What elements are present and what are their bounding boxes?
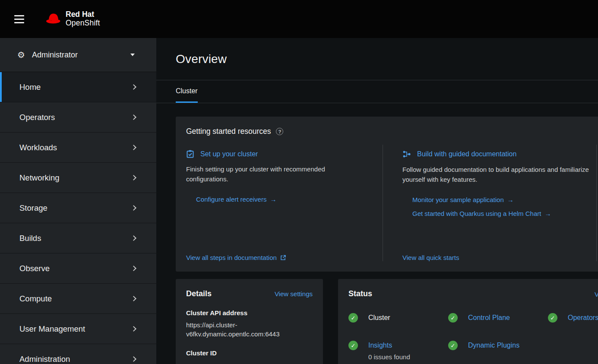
cards-area: Getting started resources ? Set up your …: [176, 117, 598, 364]
cluster-api-address-label: Cluster API address: [186, 309, 313, 317]
chevron-right-icon: [131, 235, 136, 241]
nav-label: Administration: [19, 355, 70, 364]
guided-flows-icon: [402, 150, 411, 158]
view-settings-link[interactable]: View settings: [275, 290, 313, 298]
chevron-right-icon: [131, 114, 136, 120]
insights-link[interactable]: Insights: [368, 342, 392, 349]
nav-label: Workloads: [19, 143, 57, 152]
redhat-openshift-logo[interactable]: Red Hat OpenShift: [44, 10, 100, 28]
chevron-right-icon: [131, 296, 136, 301]
sidebar-item-builds[interactable]: Builds: [0, 223, 156, 253]
check-circle-icon: ✓: [348, 341, 358, 350]
sidebar-nav: Home Operators Workloads Networking Stor…: [0, 72, 156, 364]
guided-documentation-description: Follow guided documentation to build app…: [402, 165, 596, 185]
red-hat-icon: [44, 10, 63, 28]
openshift-console: Red Hat OpenShift ⚙ Administrator Home O…: [0, 0, 598, 364]
sidebar-item-compute[interactable]: Compute: [0, 284, 156, 314]
dynamic-plugins-link[interactable]: Dynamic Plugins: [468, 341, 519, 350]
check-circle-icon: ✓: [448, 313, 458, 323]
check-circle-icon: ✓: [348, 313, 358, 323]
tab-cluster[interactable]: Cluster: [176, 80, 198, 103]
status-item-insights: ✓ Insights 0 issues found: [348, 341, 448, 361]
guided-documentation-links: Monitor your sample application → Get st…: [402, 196, 596, 217]
monitor-sample-application-link[interactable]: Monitor your sample application →: [412, 196, 514, 203]
check-circle-icon: ✓: [548, 313, 557, 323]
sidebar-item-observe[interactable]: Observe: [0, 253, 156, 284]
nav-toggle-button[interactable]: [14, 15, 24, 23]
arrow-right-icon: →: [544, 210, 551, 217]
arrow-right-icon: →: [270, 196, 276, 203]
setup-cluster-heading: Set up your cluster: [186, 150, 365, 158]
nav-label: Observe: [19, 264, 50, 273]
configure-alert-receivers-link[interactable]: Configure alert receivers →: [196, 196, 276, 203]
sidebar-item-operators[interactable]: Operators: [0, 102, 156, 133]
details-header: Details View settings: [186, 289, 313, 298]
chevron-down-icon: [130, 54, 135, 56]
control-plane-link[interactable]: Control Plane: [468, 313, 510, 323]
page-title: Overview: [176, 52, 598, 66]
operators-link[interactable]: Operators: [568, 313, 598, 323]
view-all-steps-link[interactable]: View all steps in documentation: [186, 254, 286, 261]
brand-text: Red Hat OpenShift: [66, 10, 100, 28]
gear-icon: ⚙: [17, 51, 25, 59]
perspective-label: Administrator: [32, 51, 78, 60]
masthead: Red Hat OpenShift: [0, 0, 598, 38]
insights-cell: Insights 0 issues found: [368, 341, 410, 361]
status-item-dynamic-plugins: ✓ Dynamic Plugins: [448, 341, 548, 361]
getting-started-title: Getting started resources: [186, 127, 271, 136]
chevron-right-icon: [131, 175, 136, 180]
chevron-right-icon: [131, 326, 136, 332]
chevron-right-icon: [131, 145, 136, 150]
perspective-switcher[interactable]: ⚙ Administrator: [0, 38, 156, 72]
details-card: Details View settings Cluster API addres…: [176, 279, 323, 364]
status-title: Status: [348, 289, 372, 298]
nav-label: Operators: [19, 113, 55, 122]
guided-documentation-heading: Build with guided documentation: [402, 150, 596, 158]
getting-started-columns: Set up your cluster Finish setting up yo…: [186, 145, 598, 261]
status-grid: ✓ Cluster ✓ Control Plane ✓ Operators: [348, 313, 598, 361]
check-circle-icon: ✓: [448, 341, 458, 350]
status-item-control-plane: ✓ Control Plane: [448, 313, 548, 323]
nav-label: Home: [19, 82, 41, 92]
sidebar-item-home[interactable]: Home: [0, 72, 156, 102]
cluster-api-address-value: https://api.cluster-v6fkv.dynamic.opentl…: [186, 320, 313, 339]
chevron-right-icon: [131, 205, 136, 211]
status-card: Status View alerts ✓ Cluster ✓ Control P…: [338, 279, 598, 364]
chevron-right-icon: [131, 356, 136, 362]
sidebar-item-workloads[interactable]: Workloads: [0, 133, 156, 163]
sidebar: ⚙ Administrator Home Operators Workloads…: [0, 38, 156, 364]
setup-cluster-description: Finish setting up your cluster with reco…: [186, 164, 365, 184]
guided-documentation-title: Build with guided documentation: [417, 150, 516, 158]
bottom-cards-row: Details View settings Cluster API addres…: [176, 279, 598, 364]
sidebar-item-networking[interactable]: Networking: [0, 163, 156, 193]
nav-label: Builds: [19, 234, 41, 243]
status-item-operators: ✓ Operators: [548, 313, 598, 323]
view-all-quick-starts-link[interactable]: View all quick starts: [402, 254, 459, 261]
status-item-cluster: ✓ Cluster: [348, 313, 448, 323]
setup-cluster-links: Configure alert receivers →: [186, 196, 365, 203]
insights-issues-count: 0 issues found: [368, 353, 410, 361]
clipboard-check-icon: [186, 150, 194, 158]
setup-cluster-title: Set up your cluster: [200, 150, 258, 158]
arrow-right-icon: →: [507, 196, 514, 203]
sidebar-item-administration[interactable]: Administration: [0, 344, 156, 364]
getting-started-header: Getting started resources ?: [186, 127, 598, 136]
sidebar-item-storage[interactable]: Storage: [0, 193, 156, 223]
view-alerts-link[interactable]: View alerts: [595, 291, 598, 298]
help-icon[interactable]: ?: [276, 128, 283, 135]
status-header: Status: [348, 289, 598, 298]
chevron-right-icon: [131, 84, 136, 90]
external-link-icon: [280, 255, 286, 260]
nav-label: Compute: [19, 294, 52, 304]
chevron-right-icon: [131, 266, 136, 271]
quarkus-helm-chart-link[interactable]: Get started with Quarkus using a Helm Ch…: [412, 210, 551, 217]
guided-documentation-section: Build with guided documentation Follow g…: [383, 145, 597, 261]
nav-label: User Management: [19, 324, 85, 334]
setup-cluster-section: Set up your cluster Finish setting up yo…: [186, 145, 383, 261]
nav-label: Storage: [19, 203, 47, 213]
cluster-id-label: Cluster ID: [186, 349, 313, 357]
main-content: Overview Cluster Getting started resourc…: [156, 38, 598, 364]
details-title: Details: [186, 289, 212, 298]
cluster-status-label: Cluster: [368, 313, 390, 323]
sidebar-item-user-management[interactable]: User Management: [0, 314, 156, 344]
